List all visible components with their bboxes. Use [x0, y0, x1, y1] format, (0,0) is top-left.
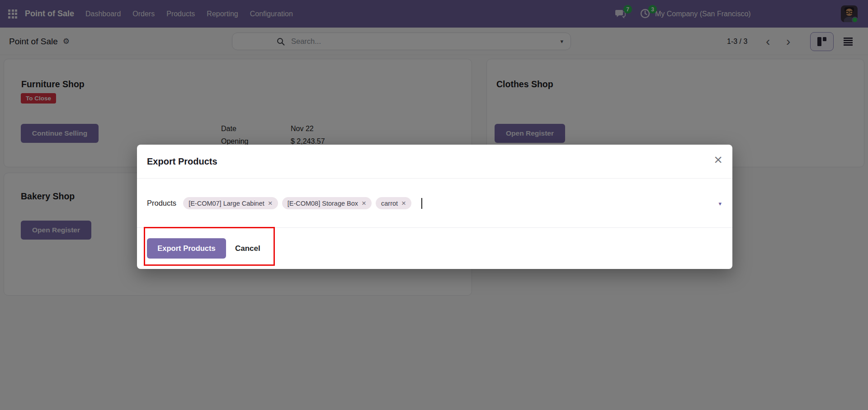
text-cursor [421, 198, 422, 209]
close-icon[interactable]: × [714, 152, 722, 167]
dialog-body: Products [E-COM07] Large Cabinet × [E-CO… [137, 179, 732, 227]
remove-tag-icon[interactable]: × [362, 199, 366, 207]
dialog-header: Export Products × [137, 145, 732, 179]
remove-tag-icon[interactable]: × [268, 199, 273, 207]
product-tag: carrot × [376, 197, 411, 209]
cancel-button[interactable]: Cancel [235, 244, 260, 253]
products-field-label: Products [147, 199, 176, 207]
export-products-dialog: Export Products × Products [E-COM07] Lar… [137, 145, 732, 269]
dialog-title: Export Products [147, 156, 217, 167]
export-products-button[interactable]: Export Products [147, 238, 226, 259]
dialog-footer: Export Products Cancel [137, 227, 732, 269]
tag-label: carrot [381, 200, 398, 207]
product-tag: [E-COM08] Storage Box × [282, 197, 372, 209]
product-tag: [E-COM07] Large Cabinet × [183, 197, 278, 209]
products-field[interactable]: [E-COM07] Large Cabinet × [E-COM08] Stor… [183, 197, 422, 209]
field-dropdown-caret[interactable]: ▾ [718, 200, 722, 207]
tag-label: [E-COM08] Storage Box [288, 200, 358, 207]
tag-label: [E-COM07] Large Cabinet [189, 200, 264, 207]
remove-tag-icon[interactable]: × [401, 199, 406, 207]
